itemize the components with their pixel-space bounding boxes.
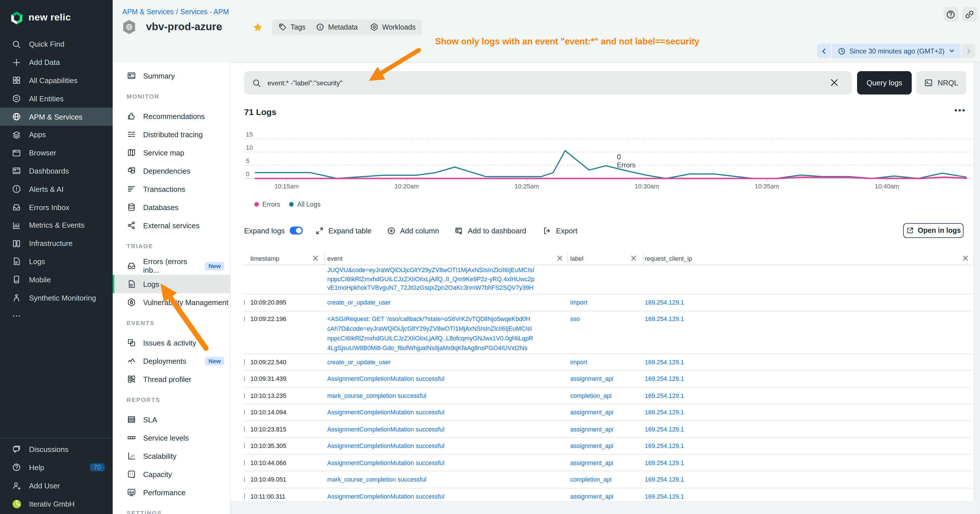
- cell-label[interactable]: completion_api: [570, 471, 611, 487]
- cell-event[interactable]: mark_course_completion successful: [327, 387, 568, 404]
- sidebar-item-add-user[interactable]: Add User: [0, 476, 112, 495]
- favorite-star-icon[interactable]: [252, 22, 262, 32]
- subnav-item-transactions[interactable]: Transactions: [112, 180, 230, 198]
- cell-event[interactable]: mark_course_completion successful: [327, 471, 568, 487]
- cell-timestamp[interactable]: 10:10:44.066: [250, 455, 286, 471]
- time-back-button[interactable]: [817, 44, 830, 58]
- cell-label[interactable]: assignment_api: [570, 421, 613, 437]
- remove-column-event-icon[interactable]: [556, 255, 563, 262]
- subnav-item-external-services[interactable]: External services: [112, 216, 230, 234]
- cell-request-client-ip[interactable]: 169.254.129.1: [645, 387, 684, 404]
- cell-request-client-ip[interactable]: 169.254.129.1: [645, 294, 684, 310]
- cell-event[interactable]: create_or_update_user: [327, 294, 568, 310]
- cell-request-client-ip[interactable]: 169.254.129.1: [645, 455, 684, 471]
- toolbar-expand-table-button[interactable]: Expand table: [315, 223, 372, 238]
- subnav-item-distributed-tracing[interactable]: Distributed tracing: [112, 125, 230, 143]
- help-button[interactable]: [943, 7, 958, 22]
- legend-item-all-logs[interactable]: All Logs: [290, 201, 321, 208]
- toolbar-expand-logs-toggle[interactable]: Expand logs: [244, 223, 302, 238]
- log-row[interactable]: 10:10:14.094AssignmentCompletionMutation…: [244, 404, 972, 421]
- cell-event[interactable]: AssignmentCompletionMutation successful: [327, 455, 568, 471]
- cell-request-client-ip[interactable]: 169.254.129.1: [645, 471, 684, 487]
- log-row[interactable]: 10:10:23.815AssignmentCompletionMutation…: [244, 421, 972, 438]
- cell-event[interactable]: AssignmentCompletionMutation successful: [327, 438, 568, 454]
- cell-event[interactable]: AssignmentCompletionMutation successful: [327, 421, 568, 437]
- subnav-item-sla[interactable]: SLA: [112, 411, 230, 429]
- cell-label[interactable]: import: [570, 294, 587, 310]
- cell-event[interactable]: JUQVU&code=eyJraWQiOiJjcGltY29yZV8wOTI1M…: [327, 266, 568, 292]
- sidebar-item-all-capabilities[interactable]: All Capabilities: [0, 72, 112, 90]
- subnav-item-logs[interactable]: Logs: [112, 275, 230, 293]
- cell-timestamp[interactable]: 10:09:31.439: [250, 371, 286, 387]
- cell-request-client-ip[interactable]: 169.254.129.1: [645, 421, 684, 437]
- subnav-item-dependencies[interactable]: Dependencies: [112, 162, 230, 180]
- subnav-item-recommendations[interactable]: Recommendations: [112, 107, 230, 125]
- log-query-input[interactable]: event:* -"label":"security": [244, 71, 852, 94]
- log-row[interactable]: 10:09:31.439AssignmentCompletionMutation…: [244, 371, 972, 387]
- column-header-timestamp[interactable]: timestamp: [250, 252, 280, 265]
- subnav-item-service-levels[interactable]: Service levels: [112, 429, 230, 447]
- cell-request-client-ip[interactable]: 169.254.129.1: [645, 438, 684, 454]
- cell-label[interactable]: import: [570, 354, 587, 370]
- sidebar-item-discussions[interactable]: Discussions: [0, 440, 112, 458]
- log-row[interactable]: 10:09:22.540create_or_update_userimport1…: [244, 354, 972, 371]
- cell-timestamp[interactable]: 10:10:13.235: [250, 387, 286, 404]
- column-header-request-client-ip[interactable]: request_client_ip: [645, 252, 692, 265]
- log-row[interactable]: 10:09:22.196<ASGIRequest: GET '/sso/call…: [244, 311, 972, 354]
- clear-query-icon[interactable]: [829, 77, 840, 88]
- sidebar-item-add-data[interactable]: Add Data: [0, 54, 112, 72]
- sidebar-item-synthetic-monitoring[interactable]: Synthetic Monitoring: [0, 289, 112, 307]
- cell-label[interactable]: assignment_api: [570, 404, 613, 420]
- log-row[interactable]: 10:10:35.305AssignmentCompletionMutation…: [244, 438, 972, 455]
- remove-column-request-client-ip-icon[interactable]: [962, 255, 969, 262]
- metadata-button[interactable]: Metadata: [309, 19, 364, 35]
- vertical-scrollbar[interactable]: [973, 62, 980, 514]
- cell-request-client-ip[interactable]: 169.254.129.1: [645, 314, 684, 324]
- subnav-item-thread-profiler[interactable]: Thread profiler: [112, 370, 230, 388]
- sidebar-item-browser[interactable]: Browser: [0, 144, 112, 162]
- subnav-item-errors-errors-inb[interactable]: Errors (errors inb...New: [112, 257, 230, 275]
- cell-request-client-ip[interactable]: 169.254.129.1: [645, 371, 684, 387]
- sidebar-item-quick-find[interactable]: Quick Find: [0, 35, 112, 54]
- cell-event[interactable]: <ASGIRequest: GET '/sso/callback/?state=…: [327, 314, 568, 353]
- remove-column-timestamp-icon[interactable]: [312, 255, 319, 262]
- sidebar-item-infrastructure[interactable]: Infrastructure: [0, 234, 112, 253]
- log-row[interactable]: 10:10:49.051mark_course_completion succe…: [244, 471, 972, 488]
- toolbar-add-column-button[interactable]: Add column: [387, 223, 439, 238]
- sidebar-item-errors-inbox[interactable]: Errors Inbox: [0, 198, 112, 216]
- column-header-event[interactable]: event: [327, 252, 343, 265]
- cell-event[interactable]: AssignmentCompletionMutation successful: [327, 404, 568, 420]
- breadcrumb-link-apm[interactable]: APM & Services: [123, 8, 174, 16]
- tags-button[interactable]: Tags: [272, 19, 312, 35]
- cell-timestamp[interactable]: 10:09:20.895: [250, 294, 286, 310]
- sidebar-item-apm-services[interactable]: APM & Services: [0, 108, 112, 126]
- sidebar-item-logs[interactable]: Logs: [0, 253, 112, 271]
- cell-label[interactable]: completion_api: [570, 387, 611, 404]
- sidebar-item-more[interactable]: [0, 307, 112, 325]
- subnav-item-issues-activity[interactable]: Issues & activity: [112, 334, 230, 352]
- cell-label[interactable]: assignment_api: [570, 455, 613, 471]
- copy-link-button[interactable]: [962, 7, 977, 22]
- subnav-item-performance[interactable]: Performance: [112, 483, 230, 501]
- time-range-button[interactable]: Since 30 minutes ago (GMT+2): [832, 44, 960, 58]
- cell-timestamp[interactable]: 10:09:22.196: [250, 314, 286, 324]
- entity-name[interactable]: vbv-prod-azure: [146, 21, 222, 33]
- column-header-label[interactable]: label: [570, 252, 584, 265]
- cell-label[interactable]: assignment_api: [570, 438, 613, 454]
- cell-timestamp[interactable]: 10:10:23.815: [250, 421, 286, 437]
- log-row[interactable]: 10:10:44.066AssignmentCompletionMutation…: [244, 455, 972, 471]
- sidebar-item-metrics-events[interactable]: Metrics & Events: [0, 216, 112, 234]
- sidebar-item-iterativ-gmbh[interactable]: Iterativ GmbH: [0, 495, 112, 513]
- open-in-logs-button[interactable]: Open in logs: [903, 223, 964, 238]
- subnav-item-scalability[interactable]: Scalability: [112, 447, 230, 465]
- toolbar-add-to-dashboard-button[interactable]: Add to dashboard: [455, 223, 526, 238]
- expand-logs-switch[interactable]: [290, 227, 302, 234]
- query-logs-button[interactable]: Query logs: [857, 71, 912, 94]
- log-row[interactable]: 10:09:20.895create_or_update_userimport1…: [244, 294, 972, 311]
- workloads-button[interactable]: Workloads: [363, 19, 422, 35]
- new-relic-logo[interactable]: new relic: [0, 0, 112, 28]
- log-row[interactable]: JUQVU&code=eyJraWQiOiJjcGltY29yZV8wOTI1M…: [244, 265, 972, 294]
- time-forward-button[interactable]: [961, 44, 975, 58]
- entity-dropdown-chevron-icon[interactable]: [216, 26, 223, 32]
- cell-event[interactable]: create_or_update_user: [327, 354, 568, 370]
